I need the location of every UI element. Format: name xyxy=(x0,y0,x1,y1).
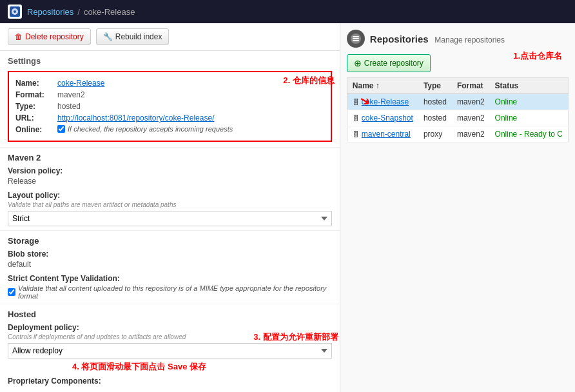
version-policy-value: Release xyxy=(8,177,332,186)
online-row: Online: If checked, the repository accep… xyxy=(15,124,324,135)
breadcrumb-repositories[interactable]: Repositories xyxy=(27,7,73,17)
svg-point-2 xyxy=(14,10,16,13)
table-row[interactable]: 🗄coke-Releasehostedmaven2Online xyxy=(347,94,568,110)
repo-name-link[interactable]: coke-Snapshot xyxy=(362,113,413,122)
maven2-section-header: Maven 2 xyxy=(0,147,340,165)
version-policy-group: Version policy: Release xyxy=(0,165,340,190)
svg-rect-5 xyxy=(353,38,359,39)
online-checkbox-row: If checked, the repository accepts incom… xyxy=(57,125,233,133)
annotation-deploy: 3. 配置为允许重新部署 xyxy=(253,331,338,343)
table-header-row: Name ↑ Type Format Status xyxy=(347,78,568,94)
repo-name-cell: 🗄maven-central xyxy=(347,126,418,142)
repo-format-cell: maven2 xyxy=(452,110,490,126)
online-checkbox[interactable] xyxy=(57,125,65,133)
svg-rect-4 xyxy=(353,36,359,37)
blob-store-value: default xyxy=(8,260,332,269)
col-header-format: Format xyxy=(452,78,490,94)
plus-icon: ⊕ xyxy=(354,58,362,68)
online-checkbox-text: If checked, the repository accepts incom… xyxy=(68,125,233,133)
strict-content-label: Strict Content Type Validation: xyxy=(8,274,332,283)
layout-policy-group: Layout policy: Validate that all paths a… xyxy=(0,190,340,229)
url-value[interactable]: http://localhost:8081/repository/coke-Re… xyxy=(57,113,214,122)
blob-store-label: Blob store: xyxy=(8,250,332,259)
repo-name-link[interactable]: maven-central xyxy=(362,130,411,139)
type-row: Type: hosted xyxy=(15,101,324,112)
version-policy-label: Version policy: xyxy=(8,166,332,175)
breadcrumb: Repositories / coke-Release xyxy=(27,7,135,17)
main-container: 🗑 Delete repository 🔧 Rebuild index Sett… xyxy=(0,23,575,392)
url-label: URL: xyxy=(15,113,57,122)
col-header-status: Status xyxy=(490,78,569,94)
repo-status-cell: Online - Ready to C xyxy=(490,126,569,142)
hosted-section-header: Hosted xyxy=(0,304,340,322)
repo-type-cell: hosted xyxy=(418,94,452,110)
layout-policy-select[interactable]: Strict Permissive xyxy=(8,211,332,226)
deployment-select-wrapper: Allow redeploy Disable redeploy Read-onl… xyxy=(8,343,332,358)
annotation-click: 1.点击仓库名 xyxy=(513,50,562,62)
format-row: Format: maven2 xyxy=(15,89,324,101)
proprietary-label: Proprietary Components: xyxy=(8,377,332,386)
trash-icon: 🗑 xyxy=(15,32,23,41)
repositories-title-group: Repositories Manage repositories xyxy=(370,34,505,44)
table-row[interactable]: 🗄maven-centralproxymaven2Online - Ready … xyxy=(347,126,568,142)
wrench-icon: 🔧 xyxy=(103,32,113,41)
svg-rect-6 xyxy=(353,40,359,41)
repo-format-cell: maven2 xyxy=(452,94,490,110)
name-value[interactable]: coke-Release xyxy=(57,79,104,88)
table-row[interactable]: 🗄coke-Snapshothostedmaven2Online xyxy=(347,110,568,126)
type-label: Type: xyxy=(15,102,57,111)
online-label: Online: xyxy=(15,125,57,134)
repositories-panel-title: Repositories xyxy=(370,34,429,44)
toolbar: 🗑 Delete repository 🔧 Rebuild index xyxy=(0,23,340,51)
strict-content-checkbox-row: Validate that all content uploaded to th… xyxy=(8,284,332,300)
breadcrumb-separator: / xyxy=(77,7,80,17)
strict-content-group: Strict Content Type Validation: Validate… xyxy=(0,273,340,302)
deployment-policy-label: Deployment policy: xyxy=(8,323,332,332)
repositories-table: Name ↑ Type Format Status 🗄coke-Releaseh… xyxy=(347,77,569,142)
col-header-name: Name ↑ xyxy=(347,78,418,94)
repo-type-cell: proxy xyxy=(418,126,452,142)
deployment-policy-wrapper: Deployment policy: Controls if deploymen… xyxy=(0,322,340,375)
format-label: Format: xyxy=(15,90,57,99)
repo-icon: 🗄 xyxy=(353,115,359,122)
info-box-wrapper: Name: coke-Release Format: maven2 Type: … xyxy=(0,71,340,142)
top-bar: Repositories / coke-Release xyxy=(0,0,575,23)
col-header-type: Type xyxy=(418,78,452,94)
repo-type-cell: hosted xyxy=(418,110,452,126)
repo-format-cell: maven2 xyxy=(452,126,490,142)
breadcrumb-current: coke-Release xyxy=(84,7,135,17)
rebuild-index-button[interactable]: 🔧 Rebuild index xyxy=(96,28,170,45)
repositories-panel-subtitle: Manage repositories xyxy=(434,35,505,44)
repo-status-cell: Online xyxy=(490,110,569,126)
type-value: hosted xyxy=(57,102,81,111)
strict-content-text: Validate that all content uploaded to th… xyxy=(18,284,332,300)
app-logo xyxy=(8,5,22,19)
repositories-panel-icon xyxy=(347,30,365,48)
repo-status-cell: Online xyxy=(490,94,569,110)
proprietary-group: Proprietary Components: xyxy=(0,375,340,389)
storage-section-header: Storage xyxy=(0,230,340,248)
format-value: maven2 xyxy=(57,90,85,99)
strict-content-checkbox[interactable] xyxy=(8,288,15,296)
left-panel: 🗑 Delete repository 🔧 Rebuild index Sett… xyxy=(0,23,340,392)
name-row: Name: coke-Release xyxy=(15,77,324,89)
right-panel: Repositories Manage repositories 1.点击仓库名… xyxy=(340,23,575,392)
delete-repository-button[interactable]: 🗑 Delete repository xyxy=(8,28,91,45)
repository-info-box: Name: coke-Release Format: maven2 Type: … xyxy=(8,71,332,142)
annotation-save: 4. 将页面滑动最下面点击 Save 保存 xyxy=(72,361,332,373)
url-row: URL: http://localhost:8081/repository/co… xyxy=(15,112,324,124)
blob-store-group: Blob store: default xyxy=(0,248,340,273)
layout-policy-hint: Validate that all paths are maven artifa… xyxy=(8,201,332,208)
layout-policy-label: Layout policy: xyxy=(8,191,332,200)
repo-name-cell: 🗄coke-Snapshot xyxy=(347,110,418,126)
deployment-policy-group: Deployment policy: Controls if deploymen… xyxy=(0,322,340,375)
settings-label: Settings xyxy=(0,51,340,66)
repo-icon: 🗄 xyxy=(353,131,359,138)
repositories-panel-header: Repositories Manage repositories xyxy=(347,30,569,48)
name-label: Name: xyxy=(15,79,57,88)
create-repository-button[interactable]: ⊕ Create repository xyxy=(347,54,431,72)
deployment-policy-select[interactable]: Allow redeploy Disable redeploy Read-onl… xyxy=(8,343,332,358)
